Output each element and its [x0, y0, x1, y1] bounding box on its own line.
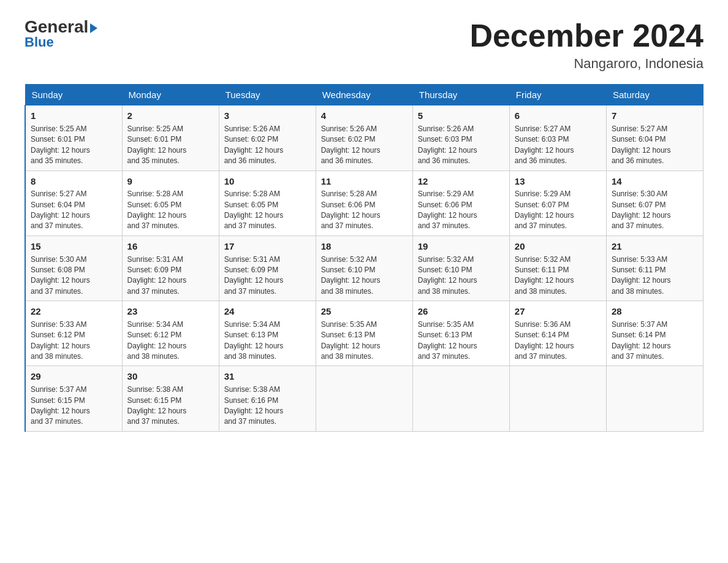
calendar-cell: 10Sunrise: 5:28 AMSunset: 6:05 PMDayligh…: [219, 170, 316, 236]
calendar-cell: 4Sunrise: 5:26 AMSunset: 6:02 PMDaylight…: [316, 105, 412, 170]
day-info: Sunrise: 5:27 AMSunset: 6:04 PMDaylight:…: [31, 189, 117, 232]
calendar-cell: 28Sunrise: 5:37 AMSunset: 6:14 PMDayligh…: [606, 301, 703, 366]
calendar-cell: 20Sunrise: 5:32 AMSunset: 6:11 PMDayligh…: [509, 236, 606, 301]
day-info: Sunrise: 5:30 AMSunset: 6:08 PMDaylight:…: [31, 255, 117, 297]
day-info: Sunrise: 5:33 AMSunset: 6:12 PMDaylight:…: [31, 320, 117, 362]
day-number: 18: [321, 240, 408, 253]
day-info: Sunrise: 5:26 AMSunset: 6:02 PMDaylight:…: [224, 124, 311, 167]
day-info: Sunrise: 5:38 AMSunset: 6:15 PMDaylight:…: [127, 385, 214, 427]
day-number: 17: [224, 240, 311, 253]
calendar-header-row: SundayMondayTuesdayWednesdayThursdayFrid…: [25, 85, 703, 105]
day-number: 10: [224, 175, 311, 188]
day-number: 9: [127, 175, 214, 188]
day-info: Sunrise: 5:35 AMSunset: 6:13 PMDaylight:…: [418, 320, 504, 362]
calendar-cell: 1Sunrise: 5:25 AMSunset: 6:01 PMDaylight…: [25, 105, 122, 170]
day-info: Sunrise: 5:28 AMSunset: 6:05 PMDaylight:…: [127, 189, 214, 232]
day-number: 23: [127, 305, 214, 318]
calendar-week-row: 8Sunrise: 5:27 AMSunset: 6:04 PMDaylight…: [25, 170, 703, 236]
calendar-cell: 18Sunrise: 5:32 AMSunset: 6:10 PMDayligh…: [316, 236, 412, 301]
day-number: 22: [31, 305, 117, 318]
day-info: Sunrise: 5:34 AMSunset: 6:12 PMDaylight:…: [127, 320, 214, 362]
day-number: 12: [418, 175, 504, 188]
day-number: 19: [418, 240, 504, 253]
calendar-cell: 17Sunrise: 5:31 AMSunset: 6:09 PMDayligh…: [219, 236, 316, 301]
day-info: Sunrise: 5:37 AMSunset: 6:14 PMDaylight:…: [612, 320, 698, 362]
calendar-week-row: 29Sunrise: 5:37 AMSunset: 6:15 PMDayligh…: [25, 366, 703, 431]
location: Nangaroro, Indonesia: [469, 56, 703, 72]
day-info: Sunrise: 5:27 AMSunset: 6:04 PMDaylight:…: [612, 124, 698, 167]
calendar-cell: [316, 366, 412, 431]
calendar-cell: 11Sunrise: 5:28 AMSunset: 6:06 PMDayligh…: [316, 170, 412, 236]
day-info: Sunrise: 5:37 AMSunset: 6:15 PMDaylight:…: [31, 385, 117, 427]
day-number: 5: [418, 109, 504, 123]
calendar-header-thursday: Thursday: [412, 85, 509, 105]
calendar-cell: 9Sunrise: 5:28 AMSunset: 6:05 PMDaylight…: [122, 170, 219, 236]
calendar-cell: 14Sunrise: 5:30 AMSunset: 6:07 PMDayligh…: [606, 170, 703, 236]
calendar-cell: 24Sunrise: 5:34 AMSunset: 6:13 PMDayligh…: [219, 301, 316, 366]
logo-blue-text: Blue: [25, 34, 54, 50]
day-number: 26: [418, 305, 504, 318]
calendar-cell: 25Sunrise: 5:35 AMSunset: 6:13 PMDayligh…: [316, 301, 412, 366]
day-info: Sunrise: 5:28 AMSunset: 6:05 PMDaylight:…: [224, 189, 311, 232]
calendar-cell: 2Sunrise: 5:25 AMSunset: 6:01 PMDaylight…: [122, 105, 219, 170]
calendar-cell: 8Sunrise: 5:27 AMSunset: 6:04 PMDaylight…: [25, 170, 122, 236]
day-info: Sunrise: 5:29 AMSunset: 6:07 PMDaylight:…: [515, 189, 601, 232]
calendar-cell: 13Sunrise: 5:29 AMSunset: 6:07 PMDayligh…: [509, 170, 606, 236]
day-info: Sunrise: 5:34 AMSunset: 6:13 PMDaylight:…: [224, 320, 311, 362]
day-number: 4: [321, 109, 408, 123]
day-number: 24: [224, 305, 311, 318]
day-number: 28: [612, 305, 698, 318]
calendar-cell: 3Sunrise: 5:26 AMSunset: 6:02 PMDaylight…: [219, 105, 316, 170]
logo-general-text: General: [25, 18, 97, 36]
calendar-cell: 27Sunrise: 5:36 AMSunset: 6:14 PMDayligh…: [509, 301, 606, 366]
day-info: Sunrise: 5:31 AMSunset: 6:09 PMDaylight:…: [127, 255, 214, 297]
calendar-cell: 15Sunrise: 5:30 AMSunset: 6:08 PMDayligh…: [25, 236, 122, 301]
calendar-cell: 22Sunrise: 5:33 AMSunset: 6:12 PMDayligh…: [25, 301, 122, 366]
day-info: Sunrise: 5:29 AMSunset: 6:06 PMDaylight:…: [418, 189, 504, 232]
calendar-week-row: 22Sunrise: 5:33 AMSunset: 6:12 PMDayligh…: [25, 301, 703, 366]
day-number: 8: [31, 175, 117, 188]
day-number: 2: [127, 109, 214, 123]
day-number: 15: [31, 240, 117, 253]
calendar-header-friday: Friday: [509, 85, 606, 105]
calendar-week-row: 1Sunrise: 5:25 AMSunset: 6:01 PMDaylight…: [25, 105, 703, 170]
calendar-cell: [509, 366, 606, 431]
day-number: 14: [612, 175, 698, 188]
calendar-cell: 19Sunrise: 5:32 AMSunset: 6:10 PMDayligh…: [412, 236, 509, 301]
day-number: 11: [321, 175, 408, 188]
day-number: 6: [515, 109, 601, 123]
day-number: 30: [127, 370, 214, 383]
calendar-cell: 23Sunrise: 5:34 AMSunset: 6:12 PMDayligh…: [122, 301, 219, 366]
day-number: 29: [31, 370, 117, 383]
calendar-cell: 6Sunrise: 5:27 AMSunset: 6:03 PMDaylight…: [509, 105, 606, 170]
day-info: Sunrise: 5:25 AMSunset: 6:01 PMDaylight:…: [127, 124, 214, 167]
day-info: Sunrise: 5:30 AMSunset: 6:07 PMDaylight:…: [612, 189, 698, 232]
day-info: Sunrise: 5:32 AMSunset: 6:11 PMDaylight:…: [515, 255, 601, 297]
logo: General Blue: [25, 18, 97, 50]
calendar-cell: 5Sunrise: 5:26 AMSunset: 6:03 PMDaylight…: [412, 105, 509, 170]
day-number: 16: [127, 240, 214, 253]
day-info: Sunrise: 5:26 AMSunset: 6:03 PMDaylight:…: [418, 124, 504, 167]
calendar-cell: 12Sunrise: 5:29 AMSunset: 6:06 PMDayligh…: [412, 170, 509, 236]
calendar-week-row: 15Sunrise: 5:30 AMSunset: 6:08 PMDayligh…: [25, 236, 703, 301]
day-number: 1: [31, 109, 117, 123]
calendar-table: SundayMondayTuesdayWednesdayThursdayFrid…: [25, 84, 703, 432]
calendar-header-tuesday: Tuesday: [219, 85, 316, 105]
day-info: Sunrise: 5:36 AMSunset: 6:14 PMDaylight:…: [515, 320, 601, 362]
day-info: Sunrise: 5:35 AMSunset: 6:13 PMDaylight:…: [321, 320, 408, 362]
day-number: 3: [224, 109, 311, 123]
day-info: Sunrise: 5:33 AMSunset: 6:11 PMDaylight:…: [612, 255, 698, 297]
day-number: 7: [612, 109, 698, 123]
calendar-cell: 30Sunrise: 5:38 AMSunset: 6:15 PMDayligh…: [122, 366, 219, 431]
calendar-header-monday: Monday: [122, 85, 219, 105]
calendar-cell: [606, 366, 703, 431]
day-info: Sunrise: 5:31 AMSunset: 6:09 PMDaylight:…: [224, 255, 311, 297]
calendar-header-wednesday: Wednesday: [316, 85, 412, 105]
calendar-cell: 26Sunrise: 5:35 AMSunset: 6:13 PMDayligh…: [412, 301, 509, 366]
calendar-cell: [412, 366, 509, 431]
day-info: Sunrise: 5:32 AMSunset: 6:10 PMDaylight:…: [418, 255, 504, 297]
calendar-cell: 7Sunrise: 5:27 AMSunset: 6:04 PMDaylight…: [606, 105, 703, 170]
month-title: December 2024: [469, 18, 703, 53]
day-number: 25: [321, 305, 408, 318]
page-header: General Blue December 2024 Nangaroro, In…: [25, 18, 703, 72]
